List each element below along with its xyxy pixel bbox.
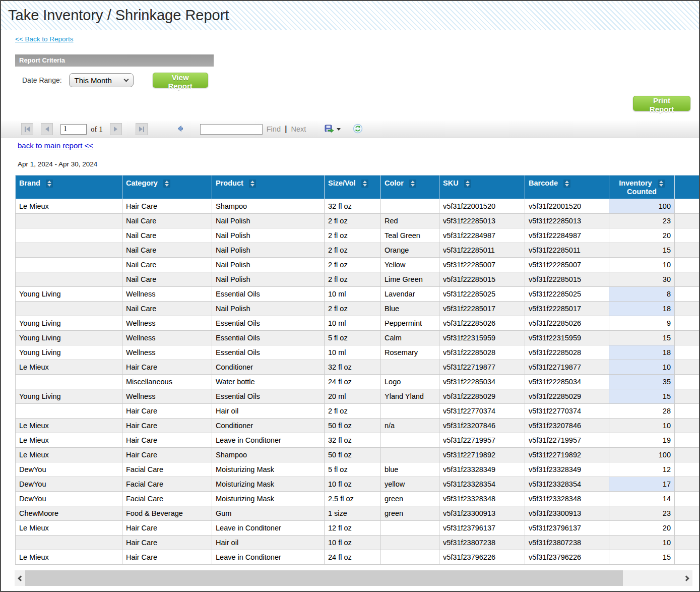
search-input[interactable] [200,124,263,135]
inventory-counted-cell: 8 [609,287,675,302]
size-cell: 2 fl oz [325,214,381,228]
back-to-main-report-link[interactable]: back to main report << [18,141,93,150]
table-row: Le MieuxHair CareLeave in Conditoner32 f… [16,433,699,448]
category-cell: Nail Care [122,243,212,258]
size-cell: 12 fl oz [325,521,381,536]
color-cell: Lime Green [381,272,439,287]
color-cell: Peppermint [381,316,439,331]
table-row: Le MieuxHair CareLeave in Conditoner12 f… [16,521,699,536]
column-header-brand[interactable]: Brand [16,175,122,199]
product-cell: Leave in Conditoner [212,521,325,536]
color-cell [381,360,439,375]
page-number-input[interactable] [60,124,87,135]
barcode-cell: v5f31f22285028 [525,345,609,360]
refresh-button[interactable] [353,124,363,135]
size-cell: 24 fl oz [325,375,381,389]
chevron-right-icon [683,575,689,581]
sort-icon[interactable] [563,180,570,188]
view-report-button[interactable]: View Report [153,73,208,88]
spacer-cell [675,433,699,448]
spacer-cell [675,492,699,506]
product-cell: Nail Polish [212,272,325,287]
inventory-counted-cell: 18 [609,302,675,316]
size-cell: 32 fl oz [325,199,381,214]
spacer-cell [675,462,699,477]
find-link[interactable]: Find [267,125,281,133]
sku-cell: v5f31f22285034 [439,375,525,389]
color-cell [381,404,439,419]
column-header-product[interactable]: Product [212,175,325,199]
table-row: Young LivingWellnessEssential Oils10 mlP… [16,316,699,331]
date-range-select[interactable]: This Month [69,73,134,87]
size-cell: 10 fl oz [325,477,381,492]
table-row: DewYouFacial CareMoisturizing Mask10 fl … [16,477,699,492]
table-row: Nail CareNail Polish2 fl ozLime Greenv5f… [16,272,699,287]
scrollbar-thumb[interactable] [25,570,623,586]
export-caret-icon [337,128,341,131]
sku-cell: v5f31f22285013 [439,214,525,228]
export-dropdown-button[interactable] [324,125,341,134]
column-header-sku[interactable]: SKU [439,175,525,199]
product-cell: Essential Oils [212,345,325,360]
sku-cell: v5f31f23207846 [439,419,525,433]
sort-icon[interactable] [163,180,170,188]
column-header-inventory-counted[interactable]: Inventory Counted [609,175,675,199]
column-header-barcode[interactable]: Barcode [525,175,609,199]
find-next-link[interactable]: Next [291,125,306,133]
category-cell: Food & Beverage [122,506,212,521]
scroll-right-button[interactable] [682,570,692,586]
brand-cell: Le Mieux [16,521,122,536]
column-header-color[interactable]: Color [381,175,439,199]
size-cell: 2 fl oz [325,243,381,258]
product-cell: Gum [212,506,325,521]
previous-page-button[interactable] [41,123,53,135]
back-to-reports-link[interactable]: << Back to Reports [15,35,74,43]
spacer-cell [675,521,699,536]
print-report-button[interactable]: Print Report [633,96,690,111]
next-page-button[interactable] [110,123,122,135]
size-cell: 10 ml [325,287,381,302]
category-cell: Hair Care [122,404,212,419]
export-save-icon [324,125,334,134]
barcode-cell: v5f31f22001520 [525,199,609,214]
category-cell: Hair Care [122,536,212,550]
sort-icon[interactable] [46,180,53,188]
column-header-size-vol[interactable]: Size/Vol [325,175,381,199]
sort-icon[interactable] [249,180,256,188]
sort-icon[interactable] [409,180,416,188]
spacer-cell [675,302,699,316]
report-criteria-row: Date Range: This Month View Report [22,73,208,88]
inventory-counted-cell: 30 [609,272,675,287]
last-page-button[interactable] [136,123,148,135]
inventory-counted-cell: 10 [609,419,675,433]
sort-icon[interactable] [658,180,665,188]
sku-cell: v5f31f22284987 [439,228,525,243]
sku-cell: v5f31f23300913 [439,506,525,521]
sort-icon[interactable] [361,180,368,188]
back-to-parent-report-button[interactable] [176,125,185,134]
product-cell: Water bottle [212,375,325,389]
color-cell [381,521,439,536]
barcode-cell: v5f31f22284987 [525,228,609,243]
column-header-category[interactable]: Category [122,175,212,199]
table-row: Hair CareHair oil10 fl ozv5f31f23807238v… [16,536,699,550]
barcode-cell: v5f31f23328354 [525,477,609,492]
table-row: MiscellaneousWater bottle24 fl ozLogov5f… [16,375,699,389]
color-cell: Yellow [381,258,439,272]
table-row: Nail CareNail Polish2 fl ozTeal Greenv5f… [16,228,699,243]
sort-icon[interactable] [464,180,471,188]
refresh-icon [353,124,363,134]
category-cell: Wellness [122,287,212,302]
scroll-left-button[interactable] [15,570,25,586]
color-cell: Orange [381,243,439,258]
spacer-cell [675,389,699,404]
page-title: Take Inventory / Shrinkage Report [8,7,229,24]
spacer-cell [675,199,699,214]
inventory-counted-cell: 15 [609,243,675,258]
spacer-cell [675,272,699,287]
first-page-button[interactable] [21,123,33,135]
color-cell: Calm [381,331,439,345]
size-cell: 10 ml [325,316,381,331]
size-cell: 24 fl oz [325,550,381,565]
barcode-cell: v5f31f23796137 [525,521,609,536]
